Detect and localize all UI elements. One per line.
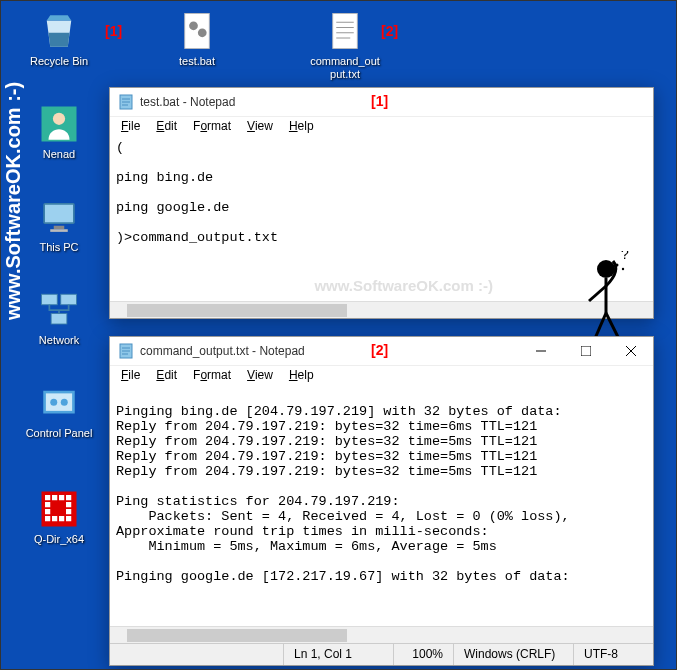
- menu-help[interactable]: Help: [282, 367, 321, 384]
- desktop-icon-label: Network: [23, 334, 95, 347]
- menu-file[interactable]: File: [114, 118, 147, 135]
- svg-rect-20: [45, 509, 50, 514]
- menu-edit[interactable]: Edit: [149, 118, 184, 135]
- svg-rect-51: [581, 346, 591, 356]
- menubar: File Edit Format View Help: [110, 116, 653, 136]
- menu-edit[interactable]: Edit: [149, 367, 184, 384]
- scrollbar-thumb[interactable]: [127, 304, 347, 317]
- svg-rect-24: [59, 516, 64, 521]
- notepad-icon: [118, 94, 134, 110]
- desktop-icon-qdir[interactable]: Q-Dir_x64: [23, 488, 95, 546]
- status-eol: Windows (CRLF): [453, 644, 573, 665]
- svg-rect-29: [333, 14, 358, 49]
- svg-point-1: [53, 113, 65, 125]
- notepad-window-2[interactable]: command_output.txt - Notepad File Edit F…: [109, 336, 654, 666]
- svg-rect-3: [45, 205, 73, 223]
- desktop-icon-label: Recycle Bin: [23, 55, 95, 68]
- qdir-icon: [38, 488, 80, 530]
- control-panel-icon: [38, 382, 80, 424]
- annotation-2: [2]: [381, 23, 398, 39]
- menu-format[interactable]: Format: [186, 118, 238, 135]
- svg-rect-25: [66, 516, 71, 521]
- desktop-icon-label: Control Panel: [23, 427, 95, 440]
- scrollbar-thumb[interactable]: [127, 629, 347, 642]
- menu-file[interactable]: File: [114, 367, 147, 384]
- scrollbar-horizontal[interactable]: [110, 301, 653, 318]
- svg-rect-23: [52, 516, 57, 521]
- editor-content[interactable]: Pinging bing.de [204.79.197.219] with 32…: [110, 385, 653, 626]
- menubar: File Edit Format View Help: [110, 365, 653, 385]
- svg-rect-14: [45, 495, 50, 500]
- annotation-1: [1]: [105, 23, 122, 39]
- svg-rect-6: [42, 294, 58, 305]
- watermark-vertical: www.SoftwareOK.com :-): [1, 51, 25, 351]
- menu-format[interactable]: Format: [186, 367, 238, 384]
- svg-point-27: [189, 21, 198, 30]
- svg-rect-17: [66, 495, 71, 500]
- status-position: Ln 1, Col 1: [283, 644, 393, 665]
- svg-point-28: [198, 28, 207, 37]
- svg-rect-18: [45, 502, 50, 507]
- batch-file-icon: [176, 10, 218, 52]
- svg-point-12: [61, 399, 68, 406]
- desktop-icon-test-bat[interactable]: test.bat: [161, 10, 233, 68]
- desktop-icon-this-pc[interactable]: This PC: [23, 196, 95, 254]
- svg-rect-5: [50, 229, 68, 232]
- svg-rect-16: [59, 495, 64, 500]
- notepad-window-1[interactable]: test.bat - Notepad File Edit Format View…: [109, 87, 654, 319]
- pc-icon: [38, 196, 80, 238]
- svg-rect-8: [51, 314, 67, 325]
- close-button[interactable]: [608, 337, 653, 365]
- maximize-button[interactable]: [563, 337, 608, 365]
- network-icon: [38, 289, 80, 331]
- window-title: test.bat - Notepad: [140, 95, 653, 109]
- recycle-bin-icon: [38, 10, 80, 52]
- menu-view[interactable]: View: [240, 118, 280, 135]
- notepad-icon: [118, 343, 134, 359]
- window-title: command_output.txt - Notepad: [140, 344, 518, 358]
- svg-rect-21: [66, 509, 71, 514]
- menu-view[interactable]: View: [240, 367, 280, 384]
- scrollbar-horizontal[interactable]: [110, 626, 653, 643]
- annotation-window-2: [2]: [371, 342, 388, 358]
- desktop-icon-command-output[interactable]: command_output.txt: [309, 10, 381, 81]
- desktop-icon-user[interactable]: Nenad: [23, 103, 95, 161]
- status-encoding: UTF-8: [573, 644, 653, 665]
- annotation-window-1: [1]: [371, 93, 388, 109]
- svg-rect-10: [46, 393, 72, 411]
- svg-rect-7: [61, 294, 77, 305]
- svg-rect-19: [66, 502, 71, 507]
- desktop-icon-network[interactable]: Network: [23, 289, 95, 347]
- desktop-icon-label: command_output.txt: [309, 55, 381, 81]
- svg-point-11: [50, 399, 57, 406]
- minimize-button[interactable]: [518, 337, 563, 365]
- svg-rect-22: [45, 516, 50, 521]
- desktop-icon-label: This PC: [23, 241, 95, 254]
- desktop-icon-control-panel[interactable]: Control Panel: [23, 382, 95, 440]
- user-icon: [38, 103, 80, 145]
- svg-rect-15: [52, 495, 57, 500]
- statusbar: Ln 1, Col 1 100% Windows (CRLF) UTF-8: [110, 643, 653, 665]
- menu-help[interactable]: Help: [282, 118, 321, 135]
- desktop-icon-label: test.bat: [161, 55, 233, 68]
- desktop-icon-label: Nenad: [23, 148, 95, 161]
- status-zoom: 100%: [393, 644, 453, 665]
- desktop-icon-recycle-bin[interactable]: Recycle Bin: [23, 10, 95, 68]
- desktop-icon-label: Q-Dir_x64: [23, 533, 95, 546]
- editor-content[interactable]: ( ping bing.de ping google.de )>command_…: [110, 136, 653, 301]
- text-file-icon: [324, 10, 366, 52]
- svg-rect-4: [54, 226, 65, 230]
